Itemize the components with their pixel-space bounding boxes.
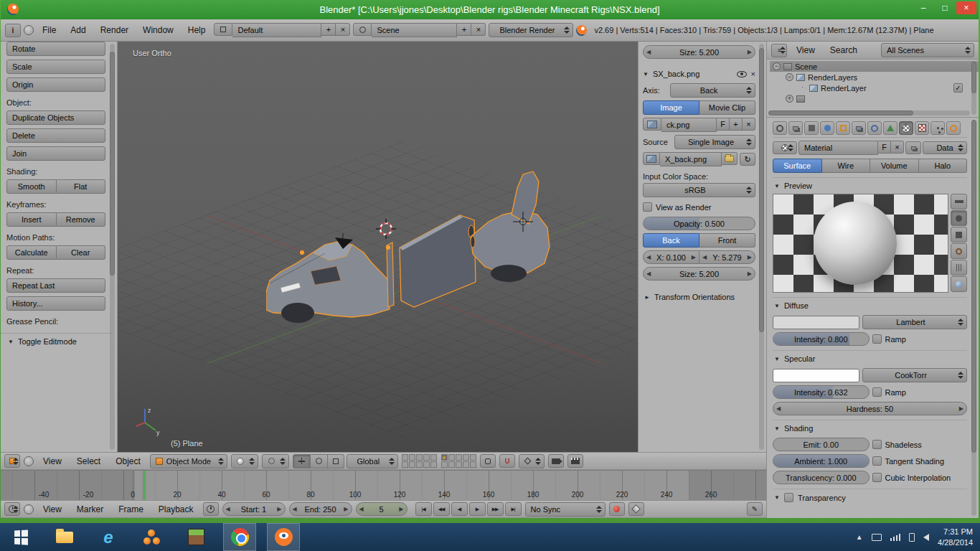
opacity-slider[interactable]: Opacity: 0.500 xyxy=(643,217,755,230)
insert-keyframe-button[interactable]: Insert xyxy=(6,212,57,227)
scene-field[interactable]: Scene xyxy=(372,23,457,37)
image-browse-icon[interactable] xyxy=(643,118,661,131)
taskbar-clock[interactable]: 7:31 PM 4/28/2014 xyxy=(938,527,973,548)
nsx-car-model[interactable] xyxy=(266,169,560,323)
use-preview-range-icon[interactable] xyxy=(203,502,219,516)
material-link-dropdown[interactable]: Data xyxy=(923,141,967,154)
tab-render-icon[interactable] xyxy=(773,121,787,135)
tab-object-data-icon[interactable] xyxy=(883,121,897,135)
join-button[interactable]: Join xyxy=(6,146,105,161)
header-menu-icon[interactable] xyxy=(24,25,34,35)
tab-volume[interactable]: Volume xyxy=(870,159,919,173)
menu-select[interactable]: Select xyxy=(71,455,106,468)
editor-type-3dview-icon[interactable] xyxy=(4,454,20,468)
visibility-eye-icon[interactable] xyxy=(737,71,747,77)
axis-dropdown[interactable]: Back xyxy=(670,83,755,98)
open-file-folder-icon[interactable] xyxy=(722,152,738,165)
opengl-render-still-icon[interactable] xyxy=(548,454,564,468)
tangent-shading-checkbox[interactable]: Tangent Shading xyxy=(872,456,968,466)
emit-slider[interactable]: Emit: 0.00 xyxy=(773,438,870,451)
viewport-3d[interactable]: User Ortho (5) Plane z y xyxy=(118,42,638,452)
shading-panel-header[interactable]: ▼Shading xyxy=(773,420,967,435)
reload-image-icon[interactable]: ↻ xyxy=(740,153,755,166)
menu-view[interactable]: View xyxy=(791,44,821,57)
viewport-shading-dropdown[interactable] xyxy=(231,454,258,468)
header-menu-icon[interactable] xyxy=(24,456,34,466)
image-path-field[interactable]: X_back.png xyxy=(660,152,722,166)
menu-window[interactable]: Window xyxy=(137,24,179,37)
minecraft-icon[interactable] xyxy=(179,523,212,551)
tab-particles-icon[interactable] xyxy=(930,121,945,135)
render-engine-dropdown[interactable]: Blender Render xyxy=(489,23,573,37)
header-menu-icon[interactable] xyxy=(24,504,34,514)
back-toggle[interactable]: Back xyxy=(643,233,699,248)
play-button[interactable]: ▶ xyxy=(469,502,486,516)
specular-color-swatch[interactable] xyxy=(773,369,859,382)
current-frame-playhead[interactable] xyxy=(143,471,145,500)
pivot-point-dropdown[interactable] xyxy=(262,454,289,468)
menu-file[interactable]: File xyxy=(37,24,62,37)
editor-type-outliner-icon[interactable]: ≡ xyxy=(771,44,787,57)
sync-dropdown[interactable]: No Sync xyxy=(525,502,606,517)
preview-sphere-icon[interactable] xyxy=(951,210,967,226)
movie-clip-toggle[interactable]: Movie Clip xyxy=(699,100,755,115)
preview-panel-header[interactable]: ▼Preview xyxy=(773,178,967,192)
preview-flat-icon[interactable] xyxy=(951,194,967,209)
rotate-button[interactable]: Rotate xyxy=(6,42,105,56)
frame-start-field[interactable]: ◀Start: 1▶ xyxy=(222,502,286,516)
specular-shader-dropdown[interactable]: CookTorr xyxy=(862,368,967,382)
new-image-button[interactable]: + xyxy=(730,118,743,131)
repeat-last-button[interactable]: Repeat Last xyxy=(6,278,105,293)
tab-object-icon[interactable] xyxy=(836,121,850,135)
close-button[interactable]: × xyxy=(956,1,976,14)
diffuse-panel-header[interactable]: ▼Diffuse xyxy=(773,298,967,312)
npanel-scrollbar[interactable] xyxy=(759,44,764,450)
volume-tray-icon[interactable] xyxy=(923,534,929,541)
transform-orientation-dropdown[interactable]: Global xyxy=(347,454,398,468)
prev-keyframe-button[interactable]: ◀◀ xyxy=(433,502,450,516)
tab-halo[interactable]: Halo xyxy=(919,159,968,173)
manipulator-translate-icon[interactable] xyxy=(293,454,311,468)
record-button[interactable] xyxy=(609,502,625,516)
snap-element-dropdown[interactable] xyxy=(519,454,545,468)
origin-button[interactable]: Origin xyxy=(6,77,105,92)
source-dropdown[interactable]: Single Image xyxy=(674,135,755,149)
preview-sphere-sky-icon[interactable] xyxy=(951,276,967,292)
layers-widget[interactable] xyxy=(402,454,476,468)
remove-bg-image-icon[interactable]: × xyxy=(751,70,755,78)
editor-type-timeline-icon[interactable] xyxy=(4,502,20,516)
remove-keyframe-button[interactable]: Remove xyxy=(57,212,106,227)
maximize-button[interactable]: □ xyxy=(935,1,955,14)
diffuse-shader-dropdown[interactable]: Lambert xyxy=(862,315,967,329)
active-layer-cell[interactable] xyxy=(441,454,448,461)
tab-texture-icon[interactable] xyxy=(915,121,929,135)
minimize-button[interactable]: – xyxy=(913,1,933,14)
front-toggle[interactable]: Front xyxy=(699,233,755,248)
start-button[interactable] xyxy=(4,523,37,551)
tab-modifiers-icon[interactable] xyxy=(867,121,882,135)
image-toggle[interactable]: Image xyxy=(643,100,699,115)
ambient-slider[interactable]: Ambient: 1.000 xyxy=(773,454,870,468)
properties-scrollbar[interactable] xyxy=(971,120,976,516)
material-unlink-button[interactable]: × xyxy=(891,141,904,154)
cubic-interpolation-checkbox[interactable]: Cubic Interpolation xyxy=(872,473,968,482)
collapse-icon[interactable]: − xyxy=(773,62,781,70)
auto-keyframe-icon[interactable] xyxy=(628,502,644,516)
outliner-row-scene[interactable]: − Scene xyxy=(770,61,979,72)
display-tray-icon[interactable] xyxy=(872,534,882,541)
renderlayer-checkbox[interactable]: ✓ xyxy=(953,83,963,93)
file-explorer-icon[interactable] xyxy=(48,523,81,551)
blender-taskbar-icon[interactable] xyxy=(267,523,300,551)
outliner-vscrollbar[interactable] xyxy=(971,62,976,115)
cursor-3d[interactable] xyxy=(376,219,396,239)
orange-app-icon[interactable] xyxy=(136,523,169,551)
manipulator-rotate-icon[interactable] xyxy=(311,454,328,468)
material-name-field[interactable]: Material xyxy=(798,141,878,155)
tab-render-layers-icon[interactable] xyxy=(788,121,803,135)
network-tray-icon[interactable] xyxy=(890,534,901,541)
toggle-editmode-panel-header[interactable]: ▼ Toggle Editmode xyxy=(6,334,105,348)
size-field[interactable]: ◀Size: 5.200▶ xyxy=(643,267,755,281)
clear-paths-button[interactable]: Clear xyxy=(57,245,106,260)
car-pillar-strip[interactable] xyxy=(387,242,394,307)
current-frame-field[interactable]: ◀5▶ xyxy=(356,502,407,516)
